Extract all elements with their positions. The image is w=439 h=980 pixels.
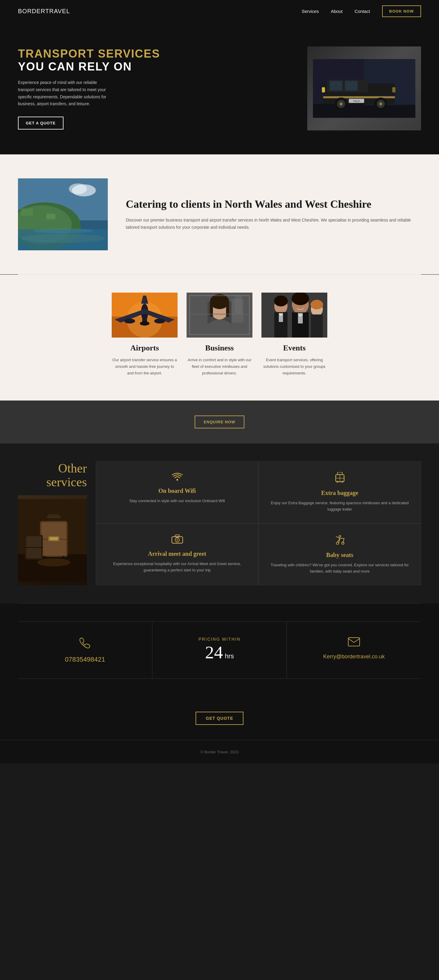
svg-rect-15 — [392, 87, 395, 92]
baby-icon — [268, 534, 412, 547]
hero-title-white: YOU CAN RELY ON — [18, 60, 289, 73]
svg-rect-70 — [48, 514, 59, 516]
svg-point-64 — [311, 300, 323, 309]
phone-cell: 07835498421 — [18, 622, 152, 678]
svg-rect-94 — [348, 638, 360, 646]
svg-rect-23 — [35, 212, 45, 217]
footer: © Border Travel. 2023 — [0, 740, 439, 764]
van-illustration: TTA 1P — [313, 59, 415, 118]
svg-point-62 — [274, 296, 288, 306]
baggage-description: Enjoy our Extra Baggage service, featuri… — [268, 500, 412, 512]
svg-point-93 — [339, 535, 341, 537]
pricing-section: 07835498421 PRICING WITHIN 24 hrs Kerry@… — [0, 603, 439, 697]
events-description: Event transport services, offering solut… — [261, 357, 327, 377]
baggage-title: Extra baggage — [268, 490, 412, 496]
svg-rect-61 — [311, 315, 323, 337]
svg-rect-22 — [21, 208, 33, 216]
greet-icon — [105, 534, 249, 546]
wifi-feature-card: On board Wifi Stay connected in style wi… — [96, 461, 258, 523]
pricing-email: Kerry@bordertravel.co.uk — [296, 654, 412, 660]
pricing-number: 24 — [205, 643, 223, 661]
svg-point-13 — [379, 102, 382, 105]
book-now-button[interactable]: BOOK NOW — [382, 5, 421, 17]
hero-section: TRANSPORT SERVICES YOU CAN RELY ON Exper… — [0, 22, 439, 154]
business-description: Arrive in comfort and in style with our … — [187, 357, 252, 377]
other-title-block: Other services — [18, 461, 96, 585]
service-card-airports: Airports Our airport transfer service en… — [112, 293, 178, 377]
svg-rect-73 — [50, 537, 58, 540]
airplane-svg — [112, 293, 178, 337]
catering-text: Catering to clients in North Wales and W… — [126, 198, 421, 231]
airports-title: Airports — [112, 344, 178, 353]
other-services-grid: Other services — [18, 461, 421, 585]
catering-image — [18, 178, 108, 250]
svg-rect-7 — [323, 96, 395, 98]
svg-rect-59 — [298, 313, 303, 323]
wifi-icon — [105, 472, 249, 483]
pricing-cell: PRICING WITHIN 24 hrs — [152, 622, 287, 678]
svg-point-35 — [124, 319, 135, 323]
svg-text:TTA 1P: TTA 1P — [353, 100, 360, 102]
nav-contact[interactable]: Contact — [355, 9, 370, 14]
enquire-button[interactable]: ENQUIRE NOW — [195, 415, 244, 428]
svg-point-36 — [154, 319, 165, 323]
pricing-label: PRICING WITHIN — [162, 637, 277, 641]
other-title-line1: Other — [58, 461, 87, 475]
logo-bold: BORDER — [18, 8, 45, 14]
svg-rect-78 — [25, 547, 43, 548]
services-grid: Airports Our airport transfer service en… — [18, 293, 421, 377]
svg-rect-69 — [47, 516, 61, 518]
svg-rect-1 — [313, 104, 415, 118]
get-quote-section: GET QUOTE — [0, 697, 439, 740]
business-image — [187, 293, 252, 337]
service-card-events: Events Event transport services, offerin… — [261, 293, 327, 377]
greet-feature-card: Arrival meet and greet Experience except… — [96, 523, 258, 585]
svg-rect-6 — [345, 81, 358, 90]
svg-point-90 — [176, 539, 178, 541]
nav-about[interactable]: About — [331, 9, 342, 14]
enquire-section: ENQUIRE NOW — [0, 401, 439, 443]
footer-copyright: © Border Travel. 2023 — [200, 750, 238, 754]
catering-description: Discover our premier business transport … — [126, 217, 421, 231]
greet-title: Arrival meet and greet — [105, 550, 249, 557]
baggage-feature-card: Extra baggage Enjoy our Extra Baggage se… — [258, 461, 421, 523]
svg-point-80 — [176, 479, 178, 481]
svg-point-39 — [140, 321, 149, 326]
get-quote-button[interactable]: GET A QUOTE — [18, 117, 63, 129]
baggage-icon — [268, 472, 412, 485]
svg-rect-14 — [322, 87, 325, 92]
svg-point-27 — [33, 228, 93, 233]
service-card-business: Business Arrive in comfort and in style … — [187, 293, 252, 377]
business-title: Business — [187, 344, 252, 353]
hero-description: Experience peace of mind with our reliab… — [18, 79, 108, 108]
business-svg — [187, 293, 252, 337]
catering-title: Catering to clients in North Wales and W… — [126, 198, 421, 211]
hero-title-gold: TRANSPORT SERVICES — [18, 48, 289, 60]
svg-rect-24 — [46, 214, 55, 219]
email-cell: Kerry@bordertravel.co.uk — [287, 622, 421, 678]
logo-light: TRAVEL — [45, 8, 70, 14]
svg-rect-50 — [235, 296, 242, 313]
wifi-description: Stay connected in style with our exclusi… — [105, 498, 249, 504]
baby-title: Baby seats — [268, 552, 412, 558]
svg-rect-5 — [330, 81, 342, 90]
other-services-title: Other services — [18, 461, 87, 489]
events-title: Events — [261, 344, 327, 353]
greet-description: Experience exceptional hospitality with … — [105, 561, 249, 573]
svg-point-86 — [341, 481, 343, 483]
pricing-hrs: hrs — [225, 652, 234, 660]
final-get-quote-button[interactable]: GET QUOTE — [195, 712, 243, 725]
hero-image: TTA 1P — [307, 46, 421, 130]
logo: BORDERTRAVEL — [18, 8, 70, 15]
svg-point-79 — [37, 558, 70, 566]
phone-number: 07835498421 — [27, 655, 143, 663]
nav-services[interactable]: Services — [301, 9, 319, 14]
baby-description: Traveling with children? We've got you c… — [268, 562, 412, 575]
events-image — [261, 293, 327, 337]
svg-point-91 — [336, 542, 339, 544]
wifi-title: On board Wifi — [105, 487, 249, 494]
coastline-illustration — [18, 178, 108, 250]
navbar: BORDERTRAVEL Services About Contact BOOK… — [0, 0, 439, 22]
catering-section: Catering to clients in North Wales and W… — [0, 154, 439, 274]
airports-image — [112, 293, 178, 337]
